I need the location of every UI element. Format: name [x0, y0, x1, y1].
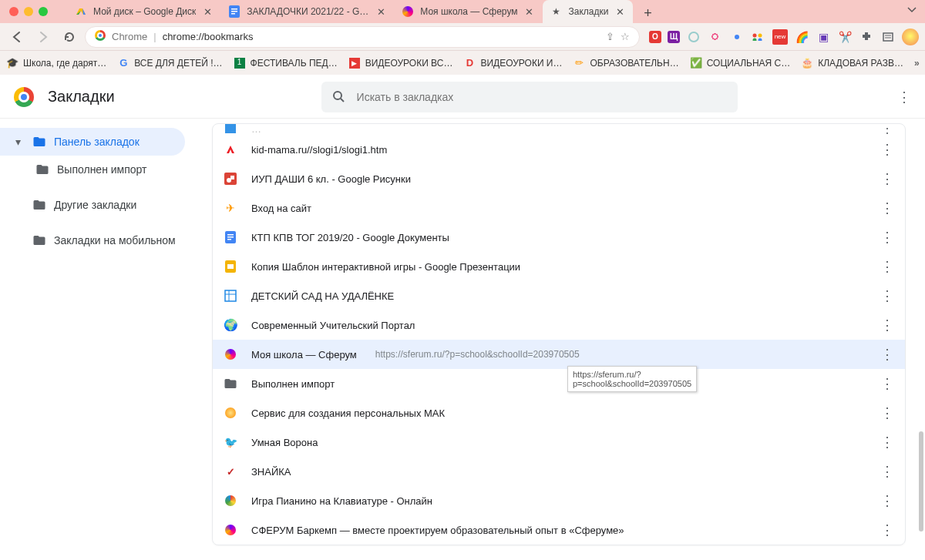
favicon	[224, 289, 237, 303]
profile-avatar[interactable]	[902, 29, 919, 45]
extension-icon[interactable]	[686, 29, 701, 45]
favicon	[224, 260, 237, 273]
bookmark-bar-item[interactable]: 1ФЕСТИВАЛЬ ПЕД…	[234, 57, 338, 69]
bookmark-bar-item[interactable]: GВСЕ ДЛЯ ДЕТЕЙ !…	[117, 57, 222, 69]
scrollbar-thumb[interactable]	[919, 431, 923, 531]
list-item[interactable]: СФЕРУМ Баркемп — вместе проектируем обра…	[213, 515, 905, 545]
address-bar[interactable]: Chrome | chrome://bookmarks ⇪ ☆	[85, 26, 640, 48]
list-item[interactable]: Игра Пианино на Клавиатуре - Онлайн⋮	[213, 486, 905, 515]
sidebar-item-mobile[interactable]: Закладки на мобильном	[0, 226, 185, 254]
list-item[interactable]: 🐦Умная Ворона⋮	[213, 428, 905, 457]
bookmark-title: Моя школа — Сферум	[251, 349, 357, 360]
list-item[interactable]: Выполнен импорт⋮	[213, 369, 905, 398]
list-item[interactable]: 🌍Современный Учительский Портал⋮	[213, 310, 905, 340]
extension-icon[interactable]	[751, 29, 766, 45]
bookmark-favicon: 🎓	[6, 57, 18, 69]
row-menu-icon[interactable]: ⋮	[880, 124, 894, 135]
row-menu-icon[interactable]: ⋮	[880, 260, 894, 273]
row-menu-icon[interactable]: ⋮	[880, 289, 894, 303]
close-tab-icon[interactable]: ✕	[375, 6, 386, 17]
close-tab-icon[interactable]: ✕	[614, 6, 625, 17]
svg-rect-25	[227, 264, 234, 269]
bookmark-favicon: ✏	[574, 57, 586, 69]
bookmarks-overflow-icon[interactable]: »	[914, 58, 920, 69]
bookmark-list: … ⋮ kid-mama.ru//slogi1/slogi1.htm⋮ИУП Д…	[212, 123, 906, 545]
row-menu-icon[interactable]: ⋮	[880, 406, 894, 420]
search-bookmarks-field[interactable]	[321, 82, 738, 112]
search-input[interactable]	[355, 90, 727, 104]
extension-icon[interactable]	[729, 29, 745, 45]
browser-window: Мой диск – Google Диск ✕ ЗАКЛАДОЧКИ 2021…	[0, 0, 925, 550]
toolbar: Chrome | chrome://bookmarks ⇪ ☆ O Щ ⭘ ne…	[0, 23, 925, 51]
bookmark-bar-item[interactable]: DВИДЕОУРОКИ И…	[463, 57, 562, 69]
extension-icon[interactable]: new	[772, 29, 788, 45]
row-menu-icon[interactable]: ⋮	[880, 523, 894, 537]
row-menu-icon[interactable]: ⋮	[880, 377, 894, 391]
list-item[interactable]: Сервис для создания персональных МАК⋮	[213, 398, 905, 428]
gdrive-icon	[75, 5, 87, 18]
bookmark-bar-item[interactable]: 🎓Школа, где дарят…	[6, 57, 106, 69]
row-menu-icon[interactable]: ⋮	[880, 172, 894, 186]
row-menu-icon[interactable]: ⋮	[880, 435, 894, 449]
list-item[interactable]: ИУП ДАШИ 6 кл. - Google Рисунки⋮	[213, 164, 905, 193]
row-menu-icon[interactable]: ⋮	[880, 318, 894, 332]
row-menu-icon[interactable]: ⋮	[880, 464, 894, 478]
new-tab-button[interactable]: +	[637, 3, 658, 23]
svg-rect-22	[227, 236, 234, 238]
extension-icon[interactable]: Щ	[668, 31, 680, 43]
sidebar-item-other[interactable]: Другие закладки	[0, 191, 185, 219]
reading-list-icon[interactable]	[880, 29, 896, 45]
close-tab-icon[interactable]: ✕	[524, 6, 535, 17]
extension-icon[interactable]: ▣	[816, 29, 831, 45]
list-item[interactable]: kid-mama.ru//slogi1/slogi1.htm⋮	[213, 135, 905, 164]
extension-icon[interactable]: ⭘	[708, 29, 723, 45]
bookmark-bar-item[interactable]: ✅СОЦИАЛЬНАЯ С…	[690, 57, 791, 69]
bookmark-bar-item[interactable]: ▶ВИДЕОУРОКИ ВС…	[348, 57, 453, 69]
row-menu-icon[interactable]: ⋮	[880, 494, 894, 508]
chevron-down-icon[interactable]: ▾	[11, 136, 25, 148]
bookmark-bar-item[interactable]: ✏ОБРАЗОВАТЕЛЬН…	[574, 57, 679, 69]
maximize-window-button[interactable]	[39, 7, 48, 16]
bookmark-star-icon[interactable]: ☆	[621, 31, 630, 42]
row-menu-icon[interactable]: ⋮	[880, 230, 894, 244]
tab-google-drive[interactable]: Мой диск – Google Диск ✕	[67, 0, 220, 23]
tab-overflow-icon[interactable]	[906, 5, 917, 15]
list-item[interactable]: … ⋮	[213, 124, 905, 135]
close-window-button[interactable]	[9, 7, 18, 16]
extension-icon[interactable]: O	[649, 31, 661, 43]
sidebar-item-import[interactable]: Выполнен импорт	[0, 156, 185, 183]
bookmark-favicon: ✅	[690, 57, 702, 69]
extension-icon[interactable]: 🌈	[794, 29, 809, 45]
list-item[interactable]: КТП КПВ ТОГ 2019/20 - Google Документы⋮	[213, 223, 905, 252]
minimize-window-button[interactable]	[24, 7, 33, 16]
extensions-menu-icon[interactable]	[859, 29, 874, 45]
list-item[interactable]: ДЕТСКИЙ САД НА УДАЛЁНКЕ⋮	[213, 281, 905, 310]
row-menu-icon[interactable]: ⋮	[880, 143, 894, 156]
reload-button[interactable]	[59, 26, 80, 48]
page-header: Закладки ⋮	[0, 75, 925, 119]
row-menu-icon[interactable]: ⋮	[880, 347, 894, 361]
tab-google-docs[interactable]: ЗАКЛАДОЧКИ 2021/22 - Goo… ✕	[220, 0, 394, 23]
back-button[interactable]	[6, 26, 28, 48]
share-icon[interactable]: ⇪	[606, 31, 614, 42]
tab-sferum[interactable]: Моя школа — Сферум ✕	[394, 0, 542, 23]
window-controls	[9, 7, 48, 16]
extension-icon[interactable]: ✂️	[837, 29, 853, 45]
list-item[interactable]: ✈Вход на сайт⋮	[213, 193, 905, 223]
bookmark-bar-item[interactable]: 🎂КЛАДОВАЯ РАЗВ…	[801, 57, 903, 69]
forward-button[interactable]	[32, 26, 54, 48]
sidebar-item-bookmarks-bar[interactable]: ▾ Панель закладок	[0, 128, 185, 156]
bookmark-favicon: G	[117, 57, 130, 69]
bookmark-title: Копия Шаблон интерактивной игры - Google…	[251, 261, 520, 273]
list-item[interactable]: ✓ЗНАЙКА⋮	[213, 457, 905, 486]
favicon: 🐦	[224, 435, 237, 449]
list-item[interactable]: Копия Шаблон интерактивной игры - Google…	[213, 252, 905, 281]
list-item[interactable]: Моя школа — Сферумhttps://sferum.ru/?p=s…	[213, 340, 905, 369]
tab-bookmarks[interactable]: ★ Закладки ✕	[543, 0, 634, 23]
row-menu-icon[interactable]: ⋮	[880, 201, 894, 215]
bookmark-title: ЗНАЙКА	[251, 466, 291, 478]
favicon	[224, 523, 237, 537]
close-tab-icon[interactable]: ✕	[202, 6, 213, 17]
page-menu-button[interactable]: ⋮	[897, 90, 911, 104]
tab-label: Закладки	[569, 6, 609, 17]
